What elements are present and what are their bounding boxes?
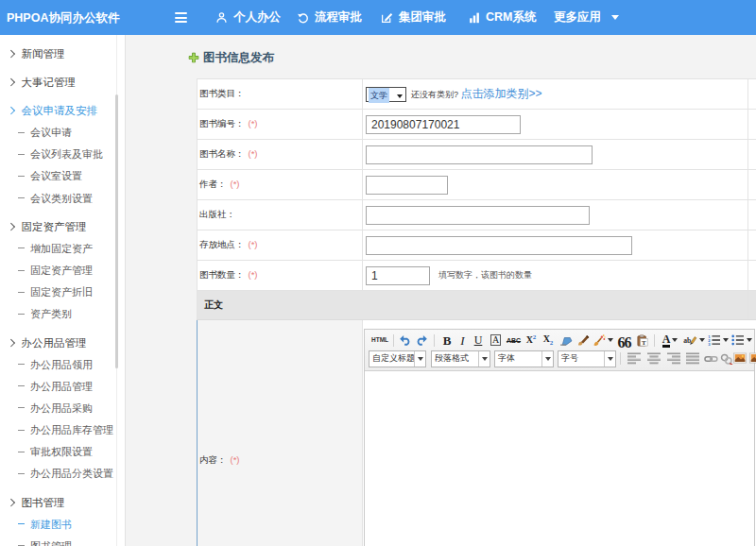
blockquote-icon[interactable]: 66: [614, 333, 634, 349]
subscript-icon[interactable]: X2: [540, 333, 557, 349]
undo-icon[interactable]: [398, 333, 412, 349]
insert-image-icon[interactable]: [747, 350, 756, 367]
sidebar-menu: 新闻管理大事记管理会议申请及安排会议申请会议列表及审批会议室设置会议类别设置固定…: [0, 35, 125, 546]
align-left-icon[interactable]: [625, 350, 644, 367]
field-note: 填写数字，该图书的数量: [438, 270, 532, 280]
sidebar-item-group-1[interactable]: 大事记管理: [0, 72, 125, 94]
editor-select-2[interactable]: 字体: [494, 350, 554, 367]
table-filler-cell: [748, 200, 756, 230]
align-right-icon[interactable]: [663, 350, 683, 367]
sidebar-item-label: 资产类别: [30, 308, 72, 319]
link-icon[interactable]: [702, 350, 720, 367]
svg-text:T: T: [641, 338, 645, 345]
table-filler-cell: [748, 261, 756, 291]
bold-icon[interactable]: B: [438, 333, 455, 349]
redo-icon[interactable]: [412, 333, 430, 349]
sidebar-item-group-12[interactable]: 办公用品管理: [0, 333, 125, 354]
editor-select-0[interactable]: 自定义标题: [369, 350, 426, 367]
sidebar-item-sub-17[interactable]: 审批权限设置: [0, 441, 125, 463]
author-input[interactable]: [366, 176, 448, 195]
font-color-icon[interactable]: A: [659, 333, 681, 349]
form-label-cell: 图书编号：(*): [198, 110, 363, 140]
sidebar-item-sub-3[interactable]: 会议申请: [0, 122, 125, 144]
caret-down-icon: [699, 338, 705, 342]
editor-body[interactable]: [365, 371, 754, 546]
form-label-cell: 图书类目：: [198, 79, 363, 110]
sidebar-item-sub-4[interactable]: 会议列表及审批: [0, 144, 125, 165]
sidebar-item-sub-9[interactable]: 固定资产管理: [0, 260, 125, 282]
underline-icon[interactable]: U: [470, 333, 487, 349]
paste-text-icon[interactable]: T: [634, 333, 650, 349]
sidebar-item-label: 办公用品分类设置: [30, 468, 113, 479]
brush-icon[interactable]: [575, 333, 592, 349]
select-arrow-icon: [604, 351, 615, 367]
sidebar-item-group-7[interactable]: 固定资产管理: [0, 216, 125, 238]
form-row-book-name: 图书名称：(*): [198, 140, 756, 170]
sidebar-item-sub-11[interactable]: 资产类别: [0, 303, 125, 325]
toolbar-separator: [654, 334, 655, 347]
sidebar-item-sub-10[interactable]: 固定资产折旧: [0, 282, 125, 303]
sidebar-item-label: 固定资产折旧: [30, 286, 93, 298]
main-content: 图书信息发布 图书类目：文学还没有类别? 点击添加类别>>图书编号：(*)图书名…: [127, 35, 756, 546]
align-center-icon[interactable]: [644, 350, 663, 367]
sidebar-scrollbar-thumb[interactable]: [115, 94, 118, 368]
format-paint-icon[interactable]: [592, 333, 614, 349]
superscript-icon[interactable]: X2: [523, 333, 540, 349]
form-field-cell: 文学还没有类别? 点击添加类别>>: [363, 79, 748, 110]
section-header: 正文: [198, 291, 748, 320]
required-mark: (*): [249, 269, 258, 280]
sidebar-item-label: 固定资产管理: [30, 264, 93, 276]
nav-item-4[interactable]: CRM系统: [467, 0, 536, 35]
sidebar-item-group-19[interactable]: 图书管理: [0, 492, 125, 514]
select-arrow-icon: [541, 351, 553, 367]
align-justify-icon[interactable]: [683, 350, 702, 367]
toolbar-separator: [434, 334, 435, 347]
italic-icon[interactable]: I: [455, 333, 470, 349]
menu-toggle-icon[interactable]: [175, 12, 187, 23]
dash-icon: [18, 247, 25, 248]
ordered-list-icon[interactable]: 123: [706, 333, 730, 349]
sidebar-item-sub-6[interactable]: 会议类别设置: [0, 188, 125, 210]
unordered-list-icon[interactable]: [730, 333, 753, 349]
sidebar-item-sub-20[interactable]: 新建图书: [0, 514, 125, 536]
book-quantity-input[interactable]: [366, 266, 430, 285]
form-label-cell: 图书数量：(*): [198, 261, 363, 291]
sidebar-item-sub-15[interactable]: 办公用品采购: [0, 398, 125, 419]
editor-toolbar-row1: HTMLBIUAABCX2X266TAab123: [370, 332, 754, 349]
sidebar-item-label: 会议申请及安排: [22, 105, 98, 116]
hilite-color-icon[interactable]: ab: [681, 333, 706, 349]
content-label-cell: 内容：(*): [198, 320, 363, 546]
form-label-text: 图书类目：: [199, 88, 245, 98]
chevron-right-icon: [8, 50, 15, 58]
nav-item-2[interactable]: 流程审批: [296, 0, 362, 35]
editor-select-3[interactable]: 字号: [558, 350, 616, 367]
sidebar-item-sub-5[interactable]: 会议室设置: [0, 165, 125, 187]
form-label-text: 图书数量：: [199, 269, 245, 280]
storage-location-input[interactable]: [366, 236, 632, 255]
image-icon[interactable]: [733, 350, 747, 367]
sidebar-item-sub-14[interactable]: 办公用品管理: [0, 376, 125, 398]
anchor-icon[interactable]: [720, 350, 733, 367]
eraser-icon[interactable]: [557, 333, 575, 349]
sidebar-item-sub-13[interactable]: 办公用品领用: [0, 354, 125, 376]
form-label-cell: 作者：(*): [198, 170, 363, 200]
add-category-link[interactable]: 点击添加类别>>: [461, 87, 542, 100]
nav-item-3[interactable]: 集团审批: [380, 0, 446, 35]
font-style-icon[interactable]: A: [487, 333, 505, 349]
nav-item-5[interactable]: 更多应用: [554, 0, 619, 35]
source-code-icon[interactable]: HTML: [370, 333, 389, 349]
publisher-input[interactable]: [366, 206, 590, 225]
book-name-input[interactable]: [366, 145, 593, 164]
sidebar-item-group-0[interactable]: 新闻管理: [0, 43, 125, 65]
sidebar-item-sub-18[interactable]: 办公用品分类设置: [0, 463, 125, 485]
nav-item-1[interactable]: 个人办公: [215, 0, 281, 35]
sidebar-item-group-2[interactable]: 会议申请及安排: [0, 100, 125, 122]
sidebar-item-sub-21[interactable]: 图书管理: [0, 536, 125, 546]
book-number-input[interactable]: [366, 115, 521, 134]
required-mark: (*): [249, 148, 258, 159]
sidebar-item-sub-8[interactable]: 增加固定资产: [0, 238, 125, 260]
editor-select-1[interactable]: 段落格式: [431, 350, 490, 367]
strikethrough-icon[interactable]: ABC: [505, 333, 523, 349]
book-category-select[interactable]: 文学: [366, 87, 406, 102]
sidebar-item-sub-16[interactable]: 办公用品库存管理: [0, 419, 125, 441]
